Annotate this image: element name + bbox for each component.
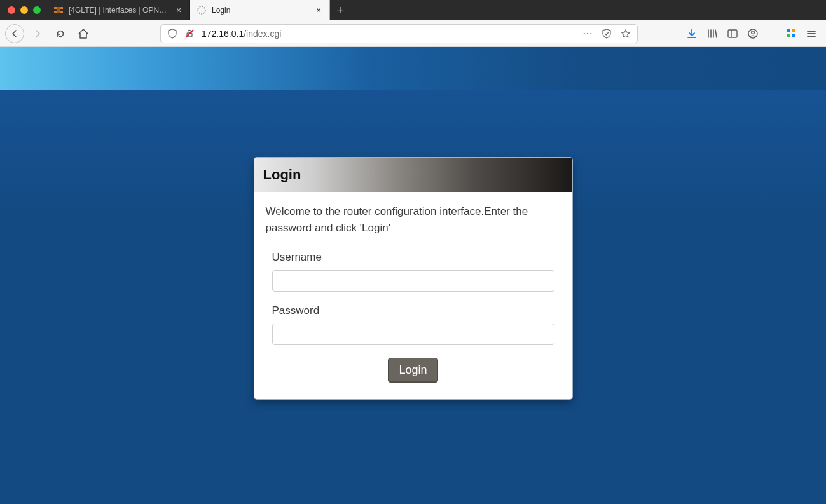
password-group: Password — [272, 304, 554, 345]
svg-point-10 — [752, 31, 755, 34]
tab-favicon-icon — [53, 5, 64, 15]
window-close-button[interactable] — [8, 6, 15, 14]
library-icon[interactable] — [706, 28, 718, 39]
page-actions-icon[interactable]: ⋯ — [582, 27, 593, 39]
browser-tab-login[interactable]: Login × — [190, 0, 330, 20]
login-actions: Login — [266, 358, 561, 383]
browser-tab-opnsense[interactable]: [4GLTE] | Interfaces | OPNsense × — [47, 0, 190, 20]
url-text: 172.16.0.1/index.cgi — [202, 29, 576, 39]
url-path: /index.cgi — [244, 29, 281, 39]
bookmark-star-icon[interactable] — [621, 29, 631, 39]
page-background: Login Welcome to the router configuratio… — [0, 90, 826, 504]
window-zoom-button[interactable] — [33, 6, 41, 14]
window-minimize-button[interactable] — [20, 6, 28, 14]
tab-close-button[interactable]: × — [174, 6, 183, 15]
nav-back-button[interactable] — [5, 24, 24, 43]
tab-title: Login — [212, 6, 309, 15]
reader-permissions-icon[interactable] — [602, 29, 612, 39]
new-tab-button[interactable]: + — [330, 0, 350, 20]
nav-reload-button[interactable] — [51, 24, 70, 43]
password-input[interactable] — [272, 324, 554, 345]
extension-icon[interactable] — [785, 28, 797, 39]
window-controls — [4, 0, 47, 20]
login-header: Login — [254, 158, 572, 192]
login-button[interactable]: Login — [388, 358, 437, 383]
downloads-icon[interactable] — [686, 28, 698, 39]
nav-forward-button[interactable] — [28, 24, 47, 43]
svg-rect-13 — [787, 34, 790, 37]
browser-nav-toolbar: 172.16.0.1/index.cgi ⋯ — [0, 20, 826, 47]
svg-rect-14 — [792, 34, 795, 37]
url-host: 172.16.0.1 — [202, 29, 244, 39]
nav-home-button[interactable] — [74, 24, 93, 43]
page-banner — [0, 47, 826, 90]
svg-rect-2 — [57, 7, 60, 13]
svg-rect-7 — [728, 30, 737, 37]
username-group: Username — [272, 251, 554, 292]
tab-title: [4GLTE] | Interfaces | OPNsense — [69, 6, 169, 15]
login-message: Welcome to the router configuration inte… — [266, 203, 561, 237]
login-card: Login Welcome to the router configuratio… — [254, 158, 572, 399]
url-bar[interactable]: 172.16.0.1/index.cgi ⋯ — [160, 24, 638, 43]
username-label: Username — [272, 251, 554, 264]
browser-tab-strip: [4GLTE] | Interfaces | OPNsense × Login … — [0, 0, 826, 20]
tab-favicon-icon — [196, 5, 207, 15]
account-icon[interactable] — [747, 28, 759, 39]
username-input[interactable] — [272, 270, 554, 292]
svg-point-3 — [198, 6, 205, 14]
page-viewport: Login Welcome to the router configuratio… — [0, 47, 826, 504]
tab-close-button[interactable]: × — [314, 6, 323, 15]
login-body: Welcome to the router configuration inte… — [254, 192, 572, 399]
tracking-protection-icon[interactable] — [167, 29, 177, 39]
svg-rect-11 — [787, 29, 790, 32]
insecure-connection-icon[interactable] — [184, 28, 195, 39]
app-menu-icon[interactable] — [806, 28, 817, 39]
sidebar-icon[interactable] — [727, 28, 738, 39]
password-label: Password — [272, 304, 554, 317]
login-heading: Login — [263, 167, 301, 183]
svg-rect-12 — [792, 29, 795, 32]
toolbar-right — [686, 28, 821, 39]
